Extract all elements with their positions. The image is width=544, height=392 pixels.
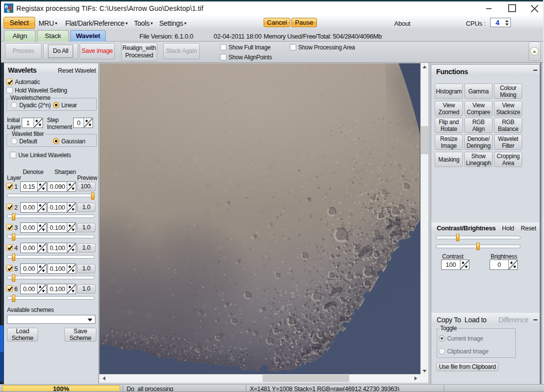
svg-text:6: 6 bbox=[8, 4, 12, 12]
